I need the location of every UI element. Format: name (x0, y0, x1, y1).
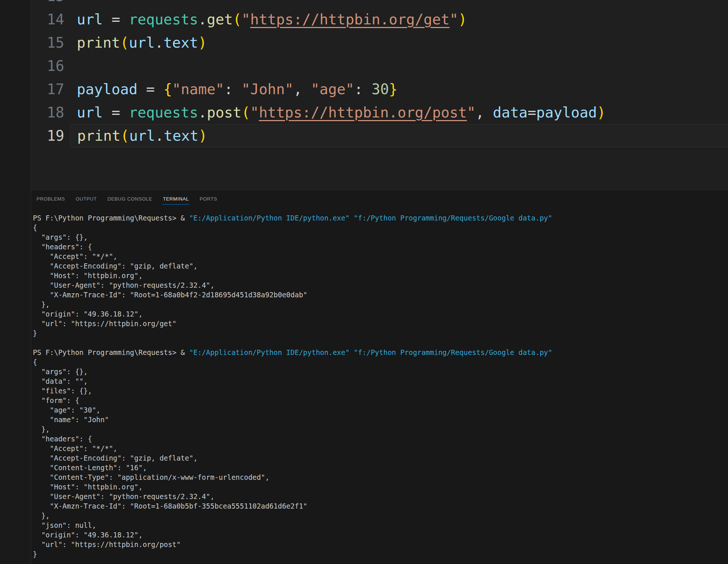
terminal-line: "Accept": "*/*", (33, 444, 728, 453)
code-token: " (450, 11, 458, 28)
terminal-text: "url": "https://httpbin.org/post" (33, 540, 181, 548)
terminal-line: "Content-Type": "application/x-www-form-… (33, 472, 728, 482)
panel-tab-problems[interactable]: PROBLEMS (36, 190, 65, 205)
code-token: = (103, 104, 128, 121)
terminal-command-text: "E:/Application/Python IDE/python.exe" "… (189, 214, 552, 222)
code-line-content[interactable] (70, 0, 728, 8)
panel-tab-output[interactable]: OUTPUT (75, 190, 97, 205)
code-token: . (198, 11, 207, 28)
terminal-line: { (33, 223, 728, 232)
workbench-main: 1314url = requests.get("https://httpbin.… (31, 0, 728, 564)
code-token: url (77, 104, 103, 121)
terminal-line: "files": {}, (33, 386, 728, 396)
code-line-content[interactable]: print(url.text) (70, 124, 728, 147)
terminal-line: }, (33, 300, 728, 309)
panel-tab-ports[interactable]: PORTS (199, 190, 218, 205)
code-token: " (250, 104, 259, 121)
terminal-line: "Host": "httpbin.org", (33, 271, 728, 280)
code-line-18[interactable]: 18url = requests.post("https://httpbin.o… (31, 101, 728, 124)
terminal-line (33, 338, 728, 348)
line-number[interactable]: 14 (31, 8, 70, 31)
terminal-text: "files": {}, (33, 387, 92, 395)
terminal-text: "Accept": "*/*", (33, 252, 117, 260)
code-token: . (155, 34, 163, 51)
terminal-command-text: "E:/Application/Python IDE/python.exe" "… (189, 348, 552, 356)
code-token: = (103, 11, 128, 28)
line-number[interactable]: 17 (31, 78, 70, 101)
code-token: text (164, 127, 199, 144)
line-number[interactable]: 13 (31, 0, 70, 8)
terminal-text: "origin": "49.36.18.12", (33, 310, 142, 318)
code-line-16[interactable]: 16 (31, 54, 728, 78)
terminal-text: "Content-Length": "16", (33, 464, 147, 472)
code-token: " (467, 104, 475, 121)
terminal-text: "age": "30", (33, 406, 100, 414)
panel-tab-debug-console[interactable]: DEBUG CONSOLE (107, 190, 152, 205)
terminal-text: "headers": { (33, 435, 92, 443)
terminal-line: "origin": "49.36.18.12", (33, 309, 728, 319)
code-token: requests (129, 104, 198, 121)
terminal-text: }, (33, 425, 50, 433)
code-line-content[interactable]: url = requests.get("https://httpbin.org/… (70, 8, 728, 31)
code-token: url (77, 11, 103, 28)
panel-tab-terminal[interactable]: TERMINAL (162, 190, 189, 205)
terminal-line: "origin": "49.36.18.12", (33, 530, 728, 540)
terminal-text: "User-Agent": "python-requests/2.32.4", (33, 492, 214, 500)
code-token: url (129, 34, 155, 51)
code-token: "John" (241, 81, 293, 98)
terminal-text: "form": { (33, 396, 79, 404)
terminal-text: { (33, 358, 37, 366)
code-line-15[interactable]: 15print(url.text) (31, 31, 728, 54)
code-token: ( (120, 34, 128, 51)
code-token: url (129, 127, 155, 144)
code-token: } (389, 81, 397, 98)
terminal-text: "Accept": "*/*", (33, 444, 117, 452)
code-token: ( (241, 104, 250, 121)
line-number[interactable]: 18 (31, 101, 70, 124)
code-editor[interactable]: 1314url = requests.get("https://httpbin.… (31, 0, 728, 189)
terminal-text: PS F:\Python Programming\Requests> & (33, 214, 189, 222)
code-token: requests (129, 11, 198, 28)
terminal-line: "User-Agent": "python-requests/2.32.4", (33, 492, 728, 501)
terminal-line: "User-Agent": "python-requests/2.32.4", (33, 280, 728, 290)
code-line-13[interactable]: 13 (31, 0, 728, 8)
code-line-19[interactable]: 19print(url.text) (31, 124, 728, 147)
line-number[interactable]: 19 (31, 124, 70, 147)
terminal-line: "headers": { (33, 434, 728, 444)
code-line-content[interactable]: payload = {"name": "John", "age": 30} (70, 78, 728, 101)
terminal-text: "data": "", (33, 377, 88, 385)
terminal-text: }, (33, 512, 50, 520)
code-token: text (164, 34, 198, 51)
terminal-text: "Host": "httpbin.org", (33, 271, 142, 280)
code-token: print (77, 34, 120, 51)
code-line-17[interactable]: 17payload = {"name": "John", "age": 30} (31, 78, 728, 101)
terminal-line: } (33, 328, 728, 338)
code-token: payload (536, 104, 597, 121)
code-line-content[interactable]: url = requests.post("https://httpbin.org… (70, 101, 728, 124)
terminal-text: "X-Amzn-Trace-Id": "Root=1-68a0b4f2-2d18… (33, 291, 308, 299)
code-line-content[interactable] (70, 54, 728, 78)
terminal-line: "json": null, (33, 520, 728, 530)
code-token: , (475, 104, 493, 121)
code-token: : (224, 81, 241, 98)
terminal-text: "Accept-Encoding": "gzip, deflate", (33, 262, 198, 270)
terminal-text: "Accept-Encoding": "gzip, deflate", (33, 454, 198, 462)
code-token: print (77, 127, 120, 144)
code-line-14[interactable]: 14url = requests.get("https://httpbin.or… (31, 8, 728, 31)
code-token: payload (77, 81, 137, 98)
line-number[interactable]: 15 (31, 31, 70, 54)
terminal-text: "origin": "49.36.18.12", (33, 531, 142, 539)
terminal-text: "X-Amzn-Trace-Id": "Root=1-68a0b5bf-355b… (33, 502, 308, 510)
terminal-text: "Host": "httpbin.org", (33, 483, 142, 491)
editor-left-rail (0, 0, 31, 564)
terminal-text: "args": {}, (33, 368, 88, 376)
terminal-output[interactable]: PS F:\Python Programming\Requests> & "E:… (31, 208, 728, 564)
code-token: ) (597, 104, 605, 121)
code-token: ) (198, 34, 207, 51)
terminal-text: }, (33, 300, 50, 308)
code-line-content[interactable]: print(url.text) (70, 31, 728, 54)
terminal-text: PS F:\Python Programming\Requests> & (33, 348, 189, 356)
terminal-line: "args": {}, (33, 367, 728, 376)
terminal-line: { (33, 357, 728, 367)
line-number[interactable]: 16 (31, 54, 70, 78)
